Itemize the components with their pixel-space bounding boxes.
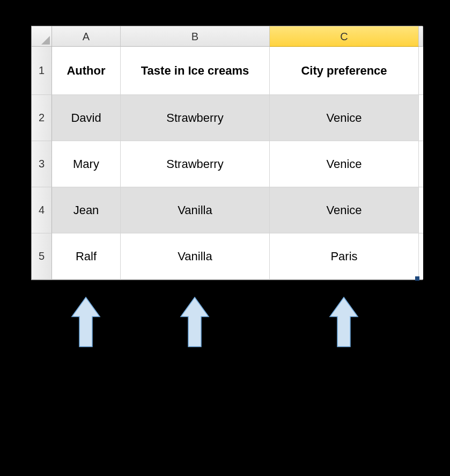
stub-2 (419, 95, 423, 141)
fill-handle-icon[interactable] (415, 276, 419, 281)
arrow-up-icon (71, 296, 101, 349)
cell-c3[interactable]: Venice (270, 141, 419, 187)
cell-a2[interactable]: David (52, 95, 121, 141)
cell-a5[interactable]: Ralf (52, 233, 121, 280)
cell-c4[interactable]: Venice (270, 187, 419, 233)
row-header-4[interactable]: 4 (32, 187, 52, 233)
cell-c1[interactable]: City preference (270, 47, 419, 95)
cell-c5-text: Paris (330, 250, 357, 263)
cell-b4[interactable]: Vanilla (121, 187, 270, 233)
grid: A B C 1 Author Taste in Ice creams City … (32, 26, 422, 280)
col-header-stub (419, 26, 423, 47)
cell-a4[interactable]: Jean (52, 187, 121, 233)
arrow-up-icon (180, 296, 210, 349)
row-header-5[interactable]: 5 (32, 233, 52, 280)
stub-1 (419, 47, 423, 95)
row-header-3[interactable]: 3 (32, 141, 52, 187)
cell-a1[interactable]: Author (52, 47, 121, 95)
cell-c2[interactable]: Venice (270, 95, 419, 141)
cell-b1[interactable]: Taste in Ice creams (121, 47, 270, 95)
stub-4 (419, 187, 423, 233)
arrow-row (31, 296, 423, 349)
cell-a3[interactable]: Mary (52, 141, 121, 187)
row-header-2[interactable]: 2 (32, 95, 52, 141)
col-header-a[interactable]: A (52, 26, 121, 47)
stub-3 (419, 141, 423, 187)
stub-5 (419, 233, 423, 280)
col-header-c[interactable]: C (270, 26, 419, 47)
row-header-1[interactable]: 1 (32, 47, 52, 95)
cell-c5[interactable]: Paris (270, 233, 419, 280)
cell-b3[interactable]: Strawberry (121, 141, 270, 187)
arrow-up-icon (329, 296, 359, 349)
select-all-corner[interactable] (32, 26, 52, 47)
col-header-b[interactable]: B (121, 26, 270, 47)
cell-b2[interactable]: Strawberry (121, 95, 270, 141)
spreadsheet: A B C 1 Author Taste in Ice creams City … (31, 26, 423, 280)
cell-b5[interactable]: Vanilla (121, 233, 270, 280)
